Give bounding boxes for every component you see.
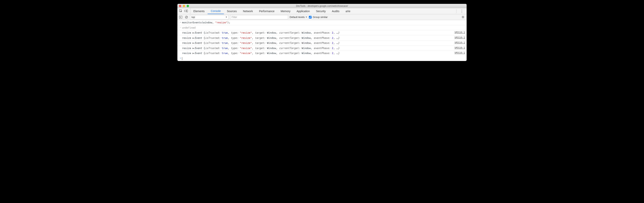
expand-triangle-icon[interactable]: ▶ [192,51,194,55]
minimize-icon[interactable] [183,5,185,7]
inspect-toolbar [178,8,190,14]
tab-security[interactable]: Security [313,8,329,14]
undefined-value: undefined [182,26,465,30]
console-log-row: resize ▶Event {isTrusted: true, type: "r… [178,51,466,56]
chevron-down-icon: ▼ [306,16,307,18]
group-similar-label: Group similar [313,16,328,19]
text-caret [182,57,182,60]
titlebar: DevTools - developers.google.com/web/sho… [178,4,466,8]
group-similar-input[interactable] [309,16,312,19]
svg-line-5 [186,17,187,18]
tab-console[interactable]: Console [208,8,224,14]
log-levels-label: Default levels [290,16,305,19]
console-toolbar: top ▼ Default levels ▼ Group similar ⚙ [178,14,466,20]
log-content[interactable]: resize ▶Event {isTrusted: true, type: "r… [182,51,450,55]
more-menu-icon[interactable]: ⋮ [459,9,465,13]
expand-triangle-icon[interactable]: ▶ [192,36,194,40]
tab-elements[interactable]: Elements [190,8,208,14]
console-command[interactable]: monitorEvents(window, "resize"); [182,21,465,25]
tab-network[interactable]: Network [240,8,256,14]
log-content[interactable]: resize ▶Event {isTrusted: true, type: "r… [182,31,450,35]
log-content[interactable]: resize ▶Event {isTrusted: true, type: "r… [182,46,450,50]
inspect-element-icon[interactable] [179,10,182,13]
chevron-down-icon: ▼ [226,16,227,18]
expand-triangle-icon[interactable]: ▶ [192,46,194,50]
settings-gear-icon[interactable]: ⚙ [460,15,466,19]
input-chevron-icon: › [179,21,182,24]
console-output: › monitorEvents(window, "resize"); ‹ und… [178,20,466,61]
source-link[interactable]: VM310:1 [450,31,465,34]
source-link[interactable]: VM310:1 [450,36,465,39]
console-input-row: › monitorEvents(window, "resize"); [178,20,466,25]
context-value: top [192,16,195,19]
expand-triangle-icon[interactable]: ▶ [192,41,194,45]
window-controls [179,5,189,7]
filter-input[interactable] [230,15,288,19]
console-log-row: resize ▶Event {isTrusted: true, type: "r… [178,36,466,41]
maximize-icon[interactable] [187,5,189,7]
console-log-row: resize ▶Event {isTrusted: true, type: "r… [178,30,466,36]
devtools-window: DevTools - developers.google.com/web/sho… [178,4,466,61]
window-title: DevTools - developers.google.com/web/sho… [179,5,465,7]
tab-audits[interactable]: Audits [329,8,342,14]
group-similar-checkbox[interactable]: Group similar [309,16,328,19]
console-prompt[interactable]: › [178,56,466,61]
context-selector[interactable]: top ▼ [190,15,229,19]
svg-rect-1 [184,10,186,12]
output-chevron-icon: ‹ [179,26,182,29]
sidebar-toggle-icon[interactable] [178,15,183,19]
devtools-tabs: Elements Console Sources Network Perform… [178,8,466,14]
svg-rect-2 [187,10,188,12]
source-link[interactable]: VM310:1 [450,46,465,49]
source-link[interactable]: VM310:1 [450,41,465,44]
tab-sources[interactable]: Sources [224,8,240,14]
device-toggle-icon[interactable] [184,10,188,13]
console-log-row: resize ▶Event {isTrusted: true, type: "r… [178,46,466,51]
close-icon[interactable] [179,5,181,7]
prompt-chevron-icon: › [179,57,182,60]
log-content[interactable]: resize ▶Event {isTrusted: true, type: "r… [182,41,450,45]
log-content[interactable]: resize ▶Event {isTrusted: true, type: "r… [182,36,450,40]
source-link[interactable]: VM310:1 [450,51,465,54]
expand-triangle-icon[interactable]: ▶ [192,31,194,35]
tab-performance[interactable]: Performance [256,8,278,14]
clear-console-icon[interactable] [184,15,188,19]
tab-axe[interactable]: aXe [342,8,354,14]
console-output-row: ‹ undefined [178,25,466,31]
tab-application[interactable]: Application [294,8,313,14]
tab-memory[interactable]: Memory [278,8,294,14]
console-log-row: resize ▶Event {isTrusted: true, type: "r… [178,41,466,46]
log-levels-selector[interactable]: Default levels ▼ [290,16,307,19]
